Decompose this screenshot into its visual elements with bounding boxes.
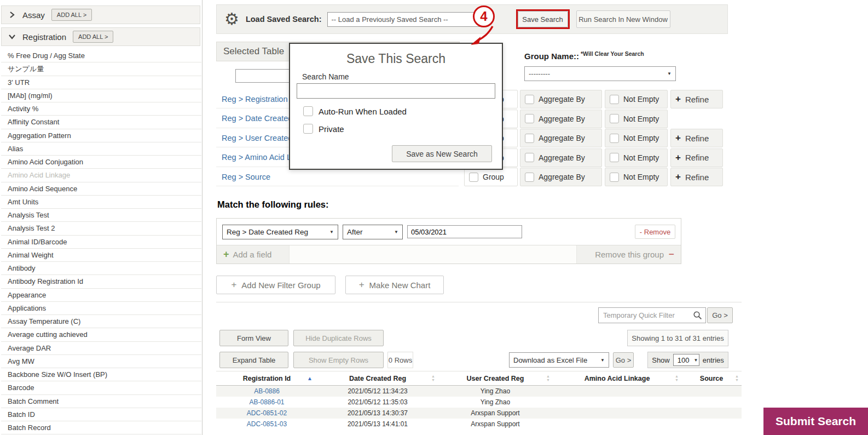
refine-button[interactable]: + Refine [670, 90, 723, 108]
sidebar-field-item[interactable]: Barcode [1, 381, 201, 394]
add-all-assay-button[interactable]: ADD ALL > [51, 9, 92, 21]
sidebar-field-item[interactable]: [MAb] (mg/ml) [1, 89, 201, 102]
rule-operator-select[interactable]: After ▼ [343, 225, 403, 239]
sidebar-field-item[interactable]: Assay Temperature (C) [1, 315, 201, 328]
not-empty-label: Not Empty [623, 153, 659, 162]
table-row[interactable]: AB-0886-01 2021/05/12 11:35:03 Ying Zhao [216, 397, 742, 408]
sidebar-field-item[interactable]: Antibody Registration Id [1, 275, 201, 288]
make-new-chart-button[interactable]: + Make New Chart [345, 276, 444, 294]
not-empty-checkbox[interactable] [610, 114, 619, 123]
page-size-select[interactable]: 100 ▼ [673, 354, 699, 366]
quick-filter-go-button[interactable]: Go > [707, 307, 733, 323]
sidebar-field-item[interactable]: サンプル量 [1, 62, 201, 76]
search-name-input[interactable] [297, 83, 495, 99]
not-empty-checkbox[interactable] [610, 95, 619, 104]
field-item-label: Antibody [8, 264, 36, 272]
rule-field-select[interactable]: Reg > Date Created Reg ▼ [222, 225, 338, 239]
table-row[interactable]: ADC-0851-02 2021/05/13 14:30:37 Arxspan … [216, 408, 742, 419]
add-new-filter-group-label: Add New Filter Group [241, 281, 320, 290]
sidebar-field-item[interactable]: Backbone Size W/O Insert (BP) [1, 368, 201, 381]
not-empty-checkbox[interactable] [610, 153, 619, 162]
column-header[interactable]: Registration Id ▲▼ ▲ [216, 371, 317, 385]
sidebar-field-item[interactable]: Activity % [1, 102, 201, 116]
refine-button[interactable]: + Refine [670, 148, 723, 167]
not-empty-checkbox[interactable] [610, 134, 619, 143]
sidebar-field-item[interactable]: Average cutting achieved [1, 328, 201, 341]
download-format-select[interactable]: Download as Excel File ▼ [509, 352, 609, 368]
sidebar-field-item[interactable]: Affinity Constant [1, 116, 201, 129]
column-header[interactable]: Date Created Reg ▲▼ ▲ [317, 371, 438, 385]
sidebar-section-registration[interactable]: Registration ADD ALL > [1, 27, 200, 46]
aggregate-cell: Aggregate By [520, 168, 602, 186]
sidebar-field-item[interactable]: Aggregation Pattern [1, 129, 201, 142]
registration-id-link[interactable]: AB-0886 [216, 386, 317, 397]
aggregate-by-checkbox[interactable] [525, 114, 534, 123]
sidebar-section-assay[interactable]: Assay ADD ALL > [1, 5, 200, 24]
download-go-button[interactable]: Go > [613, 352, 634, 368]
field-link[interactable]: Reg > Registration Id [222, 95, 297, 104]
expand-table-button[interactable]: Expand Table [219, 352, 288, 368]
table-row[interactable]: AB-0886 2021/05/12 11:34:23 Ying Zhao [216, 386, 742, 397]
run-search-new-window-button[interactable]: Run Search In New Window [576, 10, 670, 28]
sidebar-field-item[interactable]: 3' UTR [1, 76, 201, 89]
sidebar-field-item[interactable]: Batch ID [1, 408, 201, 421]
submit-search-button[interactable]: Submit Search [763, 408, 868, 435]
gear-icon[interactable]: ⚙ [224, 11, 239, 27]
column-header[interactable]: Amino Acid Linkage ▲▼ ▲ [553, 371, 681, 385]
sidebar-field-item[interactable]: Appearance [1, 289, 201, 302]
group-name-select[interactable]: --------- ▼ [524, 66, 676, 81]
column-header[interactable]: User Created Reg ▲▼ ▲ [438, 371, 553, 385]
rule-value-input[interactable] [407, 225, 522, 238]
save-search-button[interactable]: Save Search [518, 11, 568, 27]
table-row[interactable]: ADC-0851-03 2021/05/13 14:41:01 Arxspan … [216, 419, 742, 430]
registration-id-link[interactable]: ADC-0851-02 [216, 408, 317, 419]
refine-button[interactable]: + Refine [670, 168, 723, 186]
form-view-button[interactable]: Form View [219, 330, 288, 346]
sidebar-field-item[interactable]: Amino Acid Sequence [1, 182, 201, 196]
annotation-circle: 4 [473, 5, 495, 27]
not-empty-checkbox[interactable] [610, 173, 619, 182]
autorun-checkbox[interactable] [303, 106, 313, 116]
registration-id-link[interactable]: ADC-0851-03 [216, 419, 317, 430]
quick-filter-input[interactable] [598, 307, 706, 323]
sidebar-field-item[interactable]: Analysis Test 2 [1, 222, 201, 235]
add-field-button[interactable]: + Add a field [217, 249, 289, 260]
sidebar-field-item[interactable]: Applications [1, 302, 201, 315]
save-as-new-search-button[interactable]: Save as New Search [392, 145, 492, 162]
column-header[interactable]: Source ▲▼ ▲ [681, 371, 742, 385]
sidebar-field-item[interactable]: Animal ID/Barcode [1, 236, 201, 249]
private-checkbox[interactable] [303, 124, 313, 134]
selected-table-filter-input[interactable] [235, 69, 291, 83]
show-empty-rows-button[interactable]: Show Empty Rows [293, 352, 384, 368]
sidebar-field-item[interactable]: Analysis Test [1, 209, 201, 222]
aggregate-by-checkbox[interactable] [525, 95, 534, 104]
aggregate-by-checkbox[interactable] [525, 173, 534, 182]
sidebar-field-item[interactable]: Amino Acid Linkage [1, 169, 201, 182]
aggregate-by-checkbox[interactable] [525, 134, 534, 143]
refine-button[interactable]: + Refine [670, 129, 723, 147]
sidebar-field-item[interactable]: % Free Drug / Agg State [1, 49, 201, 62]
hide-duplicate-rows-button[interactable]: Hide Duplicate Rows [293, 330, 384, 346]
sidebar-field-item[interactable]: Amt Units [1, 196, 201, 209]
remove-rule-button[interactable]: - Remove [635, 225, 675, 239]
aggregate-by-checkbox[interactable] [525, 153, 534, 162]
sidebar-field-item[interactable]: Batch Comment [1, 395, 201, 408]
sidebar-field-item[interactable]: Avg MW [1, 355, 201, 368]
add-all-registration-button[interactable]: ADD ALL > [73, 31, 113, 43]
add-new-filter-group-button[interactable]: + Add New Filter Group [216, 276, 335, 294]
remove-group-button[interactable]: Remove this group − [577, 249, 681, 260]
date-created-cell: 2021/05/13 14:30:37 [317, 408, 438, 419]
chevron-right-icon [8, 11, 16, 19]
field-link[interactable]: Reg > Source [222, 173, 270, 181]
registration-id-link[interactable]: AB-0886-01 [216, 397, 317, 408]
sidebar-field-item[interactable]: Average DAR [1, 342, 201, 355]
sidebar-field-item[interactable]: Antibody [1, 262, 201, 275]
group-checkbox[interactable] [469, 173, 478, 182]
sort-icons: ▲▼ [431, 375, 435, 382]
load-saved-search-select[interactable]: -- Load a Previously Saved Search -- ▼ [327, 12, 484, 27]
sidebar-field-item[interactable]: Animal Weight [1, 249, 201, 262]
sidebar-field-item[interactable]: Batch Record [1, 421, 201, 434]
sidebar-field-item[interactable]: Alias [1, 142, 201, 156]
sidebar-field-item[interactable]: Amino Acid Conjugation [1, 156, 201, 169]
autorun-label: Auto-Run When Loaded [319, 107, 407, 116]
